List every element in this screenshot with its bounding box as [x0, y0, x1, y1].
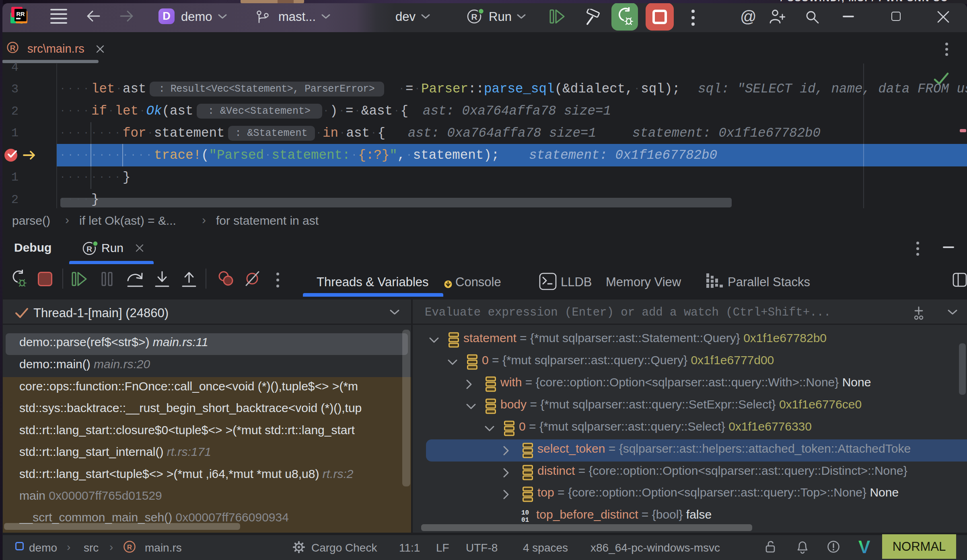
svg-text:R: R [127, 544, 132, 551]
svg-text:R: R [10, 44, 16, 52]
svg-text:R: R [86, 245, 92, 253]
svg-text:R: R [471, 12, 477, 21]
svg-text:RR: RR [16, 11, 25, 17]
